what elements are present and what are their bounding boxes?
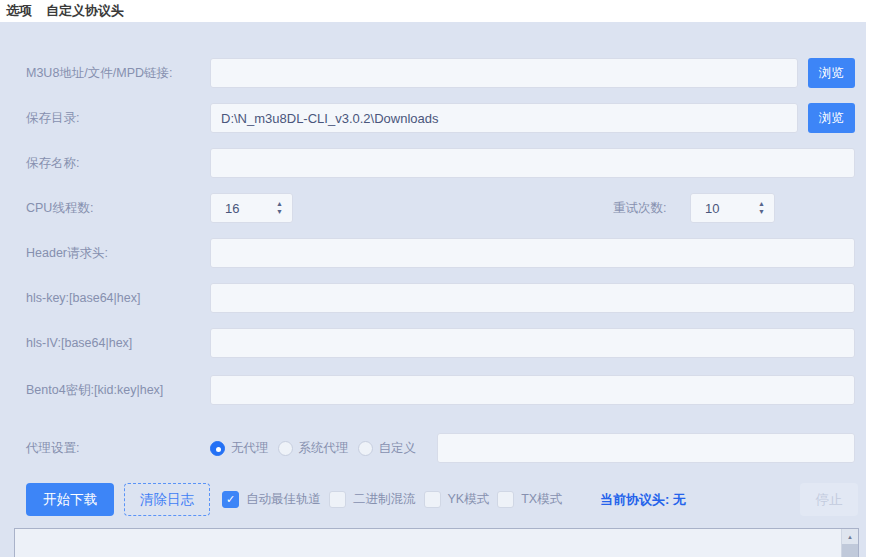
proxy-settings-label: 代理设置: bbox=[26, 433, 79, 463]
checkbox-unchecked-icon bbox=[329, 491, 346, 508]
bento4-key-label: Bento4密钥:[kid:key|hex] bbox=[26, 375, 163, 405]
menu-item-custom-protocol-header[interactable]: 自定义协议头 bbox=[46, 2, 124, 20]
m3u8-url-input[interactable] bbox=[210, 58, 798, 88]
cpu-threads-stepper[interactable]: 16 ▲ ▼ bbox=[210, 193, 293, 223]
proxy-radio-custom[interactable]: 自定义 bbox=[358, 440, 417, 457]
row-threads-retry: CPU线程数: 16 ▲ ▼ 重试次数: 10 ▲ ▼ bbox=[0, 193, 866, 223]
save-dir-input[interactable] bbox=[210, 103, 798, 133]
scroll-up-button[interactable]: ▲ bbox=[842, 529, 858, 544]
checkbox-auto-best-track-label: 自动最佳轨道 bbox=[246, 491, 321, 508]
request-header-label: Header请求头: bbox=[26, 238, 108, 268]
log-output-area[interactable]: ▲ bbox=[14, 528, 859, 557]
spinner-up-icon[interactable]: ▲ bbox=[758, 200, 765, 208]
row-actions: 开始下载 清除日志 ✓ 自动最佳轨道 二进制混流 YK模式 TX模式 当前协议头… bbox=[0, 483, 866, 516]
row-save-dir: 保存目录: 浏览 bbox=[0, 103, 866, 133]
row-m3u8-url: M3U8地址/文件/MPD链接: 浏览 bbox=[0, 58, 866, 88]
row-request-header: Header请求头: bbox=[0, 238, 866, 268]
hls-key-input[interactable] bbox=[210, 283, 855, 313]
retry-count-label: 重试次数: bbox=[613, 193, 666, 223]
checkbox-tx-mode-label: TX模式 bbox=[521, 491, 562, 508]
cpu-threads-value: 16 bbox=[211, 201, 276, 216]
window-edge bbox=[866, 0, 875, 557]
m3u8-url-label: M3U8地址/文件/MPD链接: bbox=[26, 58, 173, 88]
menu-item-options[interactable]: 选项 bbox=[6, 2, 32, 20]
main-panel: M3U8地址/文件/MPD链接: 浏览 保存目录: 浏览 保存名称: CPU线程… bbox=[0, 22, 866, 557]
checkbox-checked-icon: ✓ bbox=[222, 491, 239, 508]
hls-iv-label: hls-IV:[base64|hex] bbox=[26, 328, 132, 358]
menu-bar: 选项 自定义协议头 bbox=[0, 0, 875, 22]
row-save-name: 保存名称: bbox=[0, 148, 866, 178]
cpu-threads-label: CPU线程数: bbox=[26, 193, 93, 223]
retry-count-stepper[interactable]: 10 ▲ ▼ bbox=[690, 193, 775, 223]
proxy-radio-system[interactable]: 系统代理 bbox=[278, 440, 349, 457]
m3u8-browse-button[interactable]: 浏览 bbox=[808, 58, 855, 88]
retry-count-value: 10 bbox=[691, 201, 758, 216]
save-name-input[interactable] bbox=[210, 148, 855, 178]
log-scrollbar[interactable]: ▲ bbox=[841, 529, 858, 557]
radio-unselected-icon bbox=[278, 441, 293, 456]
checkbox-auto-best-track[interactable]: ✓ 自动最佳轨道 bbox=[222, 491, 321, 508]
options-checkbox-group: ✓ 自动最佳轨道 二进制混流 YK模式 TX模式 bbox=[222, 483, 562, 516]
row-hls-iv: hls-IV:[base64|hex] bbox=[0, 328, 866, 358]
radio-selected-icon bbox=[210, 441, 225, 456]
checkbox-binary-mux-label: 二进制混流 bbox=[353, 491, 416, 508]
start-download-button[interactable]: 开始下载 bbox=[26, 483, 114, 516]
proxy-radio-group: 无代理 系统代理 自定义 bbox=[210, 433, 416, 463]
request-header-input[interactable] bbox=[210, 238, 855, 268]
hls-key-label: hls-key:[base64|hex] bbox=[26, 283, 140, 313]
checkbox-yk-mode-label: YK模式 bbox=[448, 491, 490, 508]
radio-unselected-icon bbox=[358, 441, 373, 456]
hls-iv-input[interactable] bbox=[210, 328, 855, 358]
cpu-threads-spinner: ▲ ▼ bbox=[276, 200, 292, 216]
spinner-up-icon[interactable]: ▲ bbox=[276, 200, 283, 208]
current-protocol-header-status: 当前协议头: 无 bbox=[600, 483, 686, 516]
scrollbar-thumb[interactable] bbox=[842, 544, 858, 557]
spinner-down-icon[interactable]: ▼ bbox=[758, 208, 765, 216]
save-dir-browse-button[interactable]: 浏览 bbox=[808, 103, 855, 133]
row-bento4-key: Bento4密钥:[kid:key|hex] bbox=[0, 375, 866, 405]
row-hls-key: hls-key:[base64|hex] bbox=[0, 283, 866, 313]
row-proxy-settings: 代理设置: 无代理 系统代理 自定义 bbox=[0, 433, 866, 463]
proxy-custom-input[interactable] bbox=[437, 433, 855, 463]
clear-log-button[interactable]: 清除日志 bbox=[124, 483, 210, 516]
checkbox-unchecked-icon bbox=[424, 491, 441, 508]
stop-button[interactable]: 停止 bbox=[800, 483, 858, 516]
spinner-down-icon[interactable]: ▼ bbox=[276, 208, 283, 216]
scroll-up-arrow-icon: ▲ bbox=[847, 534, 853, 540]
checkbox-binary-mux[interactable]: 二进制混流 bbox=[329, 491, 416, 508]
proxy-radio-system-label: 系统代理 bbox=[299, 440, 349, 457]
proxy-radio-none-label: 无代理 bbox=[231, 440, 269, 457]
proxy-radio-none[interactable]: 无代理 bbox=[210, 440, 269, 457]
proxy-radio-custom-label: 自定义 bbox=[379, 440, 417, 457]
checkbox-yk-mode[interactable]: YK模式 bbox=[424, 491, 490, 508]
save-name-label: 保存名称: bbox=[26, 148, 79, 178]
save-dir-label: 保存目录: bbox=[26, 103, 79, 133]
bento4-key-input[interactable] bbox=[210, 375, 855, 405]
checkbox-unchecked-icon bbox=[497, 491, 514, 508]
retry-count-spinner: ▲ ▼ bbox=[758, 200, 774, 216]
checkbox-tx-mode[interactable]: TX模式 bbox=[497, 491, 562, 508]
